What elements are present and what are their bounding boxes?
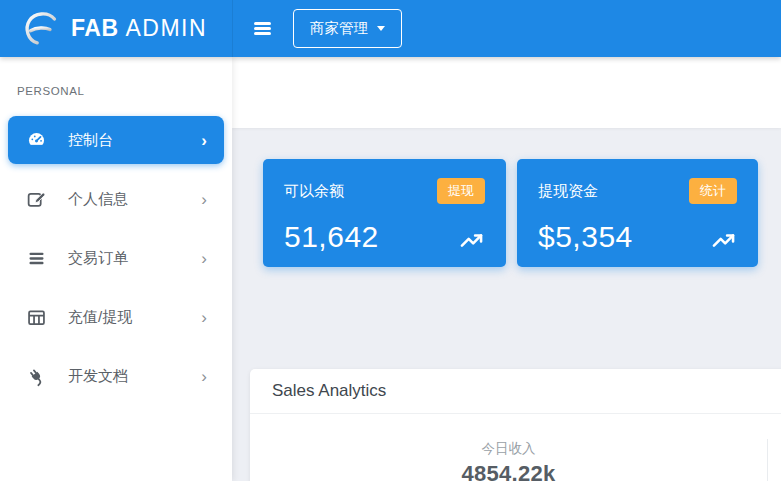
chevron-right-icon: › (201, 250, 207, 267)
statistics-button[interactable]: 统计 (689, 178, 737, 204)
sidebar-item-label: 个人信息 (68, 190, 128, 209)
sidebar-item-label: 开发文档 (68, 367, 128, 386)
brand-logo[interactable]: FABADMIN (0, 0, 232, 57)
withdraw-funds-card: 提现资金 统计 $5,354 (517, 159, 758, 267)
sidebar-item-dashboard[interactable]: 控制台 › (8, 116, 224, 164)
trending-up-icon (710, 227, 737, 254)
brand-name: FABADMIN (71, 15, 207, 42)
plug-icon (25, 365, 47, 387)
sidebar-item-label: 交易订单 (68, 249, 128, 268)
sidebar: PERSONAL 控制台 › (0, 57, 232, 481)
withdraw-button[interactable]: 提现 (437, 178, 485, 204)
withdraw-funds-card-value: $5,354 (538, 220, 633, 254)
chevron-right-icon: › (201, 309, 207, 326)
today-income-stat: 今日收入 4854,22k (250, 414, 767, 481)
today-income-value: 4854,22k (461, 461, 555, 481)
sales-analytics-title: Sales Analytics (250, 369, 781, 414)
edit-icon (25, 188, 47, 210)
brand-name-bold: FAB (71, 15, 119, 41)
stat-column-clipped (768, 414, 781, 481)
balance-card: 可以余额 提现 51,642 (263, 159, 506, 267)
sales-analytics-card: Sales Analytics 今日收入 4854,22k (250, 369, 781, 481)
sidebar-item-orders[interactable]: 交易订单 › (8, 234, 224, 282)
content-area: 可以余额 提现 51,642 提现资金 统计 $5,354 (232, 128, 781, 481)
withdraw-funds-card-title: 提现资金 (538, 182, 598, 201)
balance-card-value: 51,642 (284, 220, 379, 254)
chevron-right-icon: › (201, 191, 207, 208)
chevron-right-icon: › (201, 368, 207, 385)
table-icon (25, 306, 47, 328)
topbar-nav: 商家管理 (232, 0, 781, 57)
brand-name-light: ADMIN (126, 15, 208, 41)
fab-logo-icon (20, 9, 60, 49)
sidebar-item-recharge-withdraw[interactable]: 充值/提现 › (8, 293, 224, 341)
sidebar-item-dev-docs[interactable]: 开发文档 › (8, 352, 224, 400)
merchant-management-dropdown[interactable]: 商家管理 (293, 9, 402, 48)
sidebar-menu: 控制台 › 个人信息 › 交易订单 › (0, 97, 232, 400)
balance-card-title: 可以余额 (284, 182, 344, 201)
trending-up-icon (458, 227, 485, 254)
sidebar-item-profile[interactable]: 个人信息 › (8, 175, 224, 223)
merchant-management-label: 商家管理 (310, 19, 368, 38)
list-icon (25, 247, 47, 269)
dashboard-icon (25, 129, 47, 151)
today-income-label: 今日收入 (482, 440, 536, 458)
caret-down-icon (377, 26, 385, 31)
sidebar-section-label: PERSONAL (0, 57, 232, 97)
chevron-right-icon: › (201, 132, 207, 149)
hamburger-icon[interactable] (254, 20, 271, 38)
sidebar-item-label: 充值/提现 (68, 308, 132, 327)
main-content: 可以余额 提现 51,642 提现资金 统计 $5,354 (232, 57, 781, 481)
sidebar-item-label: 控制台 (68, 131, 113, 150)
topbar: FABADMIN 商家管理 (0, 0, 781, 57)
page-header-strip (232, 57, 781, 128)
